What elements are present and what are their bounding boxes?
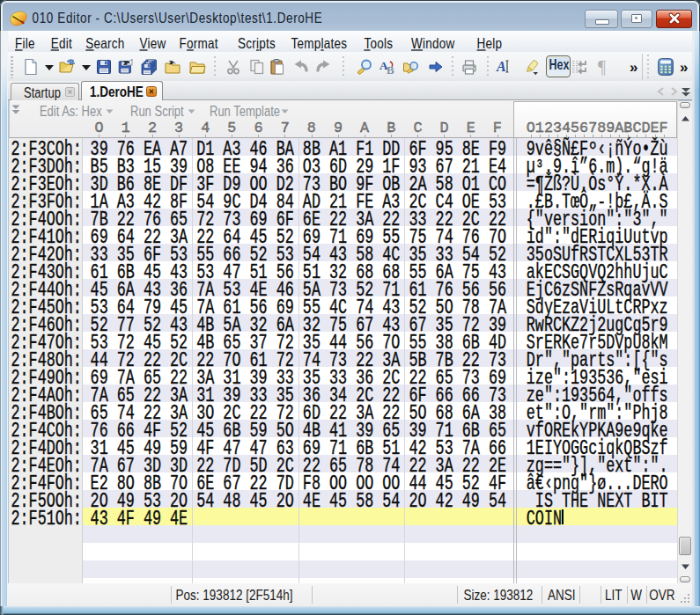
svg-text:A: A [496,59,506,74]
svg-text:¶: ¶ [598,58,606,76]
svg-text:B: B [387,63,394,76]
svg-text:»: » [680,60,688,74]
svg-text:»: » [630,60,637,74]
